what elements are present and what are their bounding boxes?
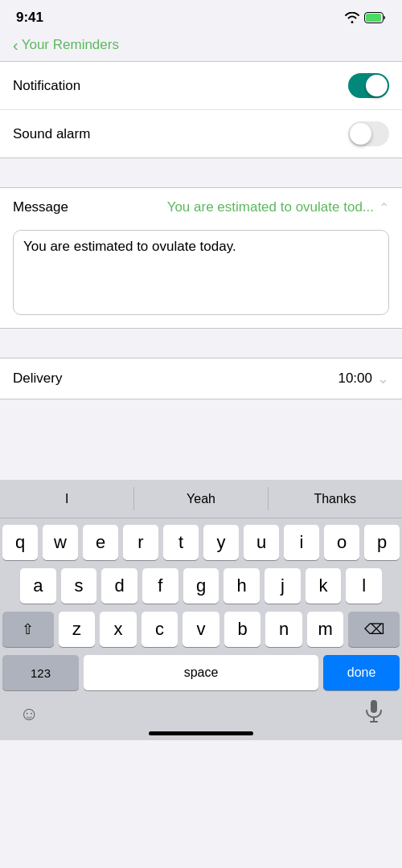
key-s[interactable]: s — [61, 568, 97, 604]
chevron-left-icon: ‹ — [13, 37, 18, 53]
key-y[interactable]: y — [203, 525, 239, 560]
key-i[interactable]: i — [284, 525, 319, 560]
key-row-4: 123 space done — [2, 655, 400, 690]
key-e[interactable]: e — [83, 525, 118, 560]
nav-bar: ‹ Your Reminders — [0, 32, 402, 61]
key-w[interactable]: w — [43, 525, 78, 560]
done-key[interactable]: done — [323, 655, 400, 690]
settings-section: Notification Sound alarm — [0, 61, 402, 158]
key-t[interactable]: t — [163, 525, 199, 560]
key-b[interactable]: b — [224, 612, 261, 647]
key-row-2: a s d f g h j k l — [2, 568, 400, 604]
status-time: 9:41 — [16, 10, 43, 26]
key-d[interactable]: d — [101, 568, 137, 604]
key-f[interactable]: f — [142, 568, 178, 604]
message-textarea[interactable] — [23, 239, 379, 303]
message-preview-wrap: You are estimated to ovulate tod... ⌃ — [167, 199, 389, 215]
delivery-label: Delivery — [13, 371, 62, 387]
status-bar: 9:41 — [0, 0, 402, 32]
sound-alarm-toggle[interactable] — [348, 121, 389, 146]
delivery-row: Delivery 10:00 ⌄ — [0, 358, 402, 399]
notification-row: Notification — [0, 62, 402, 110]
notification-toggle[interactable] — [348, 73, 389, 98]
section-divider-1 — [0, 158, 402, 187]
delivery-time: 10:00 — [338, 371, 372, 387]
key-a[interactable]: a — [20, 568, 56, 604]
space-key[interactable]: space — [84, 655, 318, 690]
predictive-item-yeah[interactable]: Yeah — [134, 480, 269, 518]
delivery-section: Delivery 10:00 ⌄ — [0, 358, 402, 399]
svg-rect-2 — [371, 700, 377, 713]
key-g[interactable]: g — [183, 568, 219, 604]
key-row-3: ⇧ z x c v b n m ⌫ — [2, 612, 400, 647]
key-u[interactable]: u — [244, 525, 279, 560]
key-n[interactable]: n — [265, 612, 302, 647]
num-key[interactable]: 123 — [2, 655, 79, 690]
key-p[interactable]: p — [364, 525, 400, 560]
notification-label: Notification — [13, 78, 80, 94]
mic-icon[interactable] — [365, 700, 383, 727]
key-z[interactable]: z — [59, 612, 96, 647]
chevron-down-icon: ⌄ — [377, 370, 389, 387]
keyboard-keys: q w e r t y u i o p a s d f g h j k l ⇧ … — [0, 518, 402, 694]
sound-alarm-label: Sound alarm — [13, 126, 90, 142]
message-textarea-container — [13, 230, 389, 315]
emoji-icon[interactable]: ☺ — [19, 702, 39, 725]
key-j[interactable]: j — [265, 568, 301, 604]
key-k[interactable]: k — [306, 568, 342, 604]
svg-rect-1 — [366, 14, 381, 22]
backspace-key[interactable]: ⌫ — [348, 612, 400, 647]
key-row-1: q w e r t y u i o p — [2, 525, 400, 560]
bottom-bar: ☺ — [0, 694, 402, 740]
message-section-label: Message — [13, 199, 68, 215]
status-icons — [345, 12, 386, 23]
predictive-label-yeah: Yeah — [187, 492, 215, 506]
key-c[interactable]: c — [142, 612, 178, 647]
key-q[interactable]: q — [2, 525, 38, 560]
predictive-label-thanks: Thanks — [314, 492, 355, 506]
predictive-bar: I Yeah Thanks — [0, 480, 402, 518]
wifi-icon — [345, 12, 359, 23]
predictive-label-i: I — [65, 492, 68, 506]
key-h[interactable]: h — [224, 568, 260, 604]
toggle-knob-notification — [366, 75, 388, 96]
keyboard-area: I Yeah Thanks q w e r t y u i o p a s d … — [0, 480, 402, 740]
message-section: Message You are estimated to ovulate tod… — [0, 187, 402, 329]
predictive-item-i[interactable]: I — [0, 480, 134, 518]
toggle-knob-sound — [350, 123, 371, 145]
key-r[interactable]: r — [123, 525, 158, 560]
content-spacer — [0, 399, 402, 480]
key-o[interactable]: o — [324, 525, 359, 560]
delivery-value-wrap[interactable]: 10:00 ⌄ — [338, 370, 389, 387]
message-preview-text: You are estimated to ovulate tod... — [167, 199, 374, 215]
battery-icon — [364, 12, 386, 23]
key-l[interactable]: l — [346, 568, 382, 604]
message-header-row[interactable]: Message You are estimated to ovulate tod… — [0, 188, 402, 227]
chevron-up-icon: ⌃ — [379, 200, 389, 215]
shift-key[interactable]: ⇧ — [2, 612, 54, 647]
key-v[interactable]: v — [183, 612, 219, 647]
key-m[interactable]: m — [307, 612, 344, 647]
back-button[interactable]: ‹ Your Reminders — [13, 37, 119, 53]
key-x[interactable]: x — [100, 612, 137, 647]
predictive-item-thanks[interactable]: Thanks — [268, 480, 402, 518]
home-indicator — [149, 731, 253, 735]
sound-alarm-row: Sound alarm — [0, 110, 402, 158]
back-label: Your Reminders — [22, 37, 119, 53]
